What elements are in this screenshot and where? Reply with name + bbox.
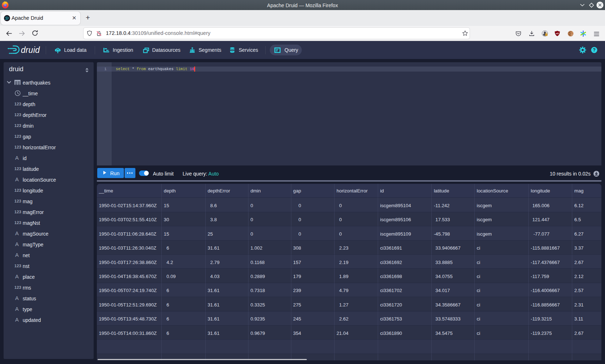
svg-text:uO: uO (556, 32, 559, 35)
svg-text:?: ? (593, 47, 596, 53)
